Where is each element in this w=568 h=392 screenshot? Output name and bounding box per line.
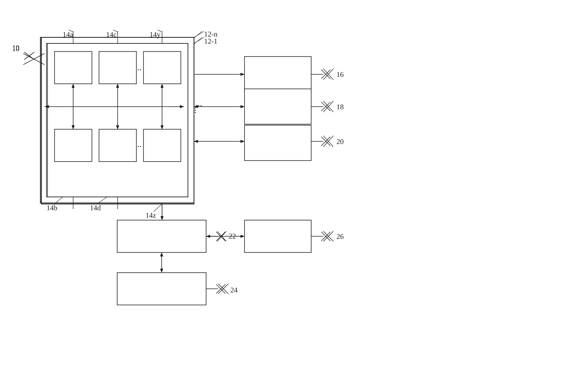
svg-marker-92 xyxy=(161,126,163,129)
peripheral-box: PERIPHERAL xyxy=(117,273,206,305)
svg-marker-88 xyxy=(116,126,119,129)
svg-line-135 xyxy=(55,197,63,204)
svg-line-125 xyxy=(216,284,225,294)
svg-line-136 xyxy=(97,197,107,204)
svg-line-129 xyxy=(321,232,330,241)
core-top-mid: CORE xyxy=(99,52,136,84)
ref-26: 26 xyxy=(336,232,344,241)
svg-line-128 xyxy=(321,232,330,241)
svg-line-73 xyxy=(24,52,34,60)
svg-marker-97 xyxy=(241,73,244,76)
display-box: DISPLAY xyxy=(244,220,311,252)
svg-line-119 xyxy=(321,137,330,146)
svg-marker-83 xyxy=(72,84,74,87)
dots-top: ··· xyxy=(135,65,142,75)
svg-marker-95 xyxy=(180,105,184,108)
svg-line-52 xyxy=(323,101,333,112)
svg-marker-30 xyxy=(241,105,244,108)
ref-14b: 14b xyxy=(46,204,57,212)
svg-line-49 xyxy=(323,69,333,80)
svg-marker-91 xyxy=(161,84,163,87)
svg-marker-107 xyxy=(206,235,210,238)
svg-marker-33 xyxy=(194,140,198,143)
svg-line-54 xyxy=(323,136,333,147)
svg-line-120 xyxy=(321,137,330,146)
dots-chip: ··· xyxy=(190,107,200,113)
svg-line-130 xyxy=(194,31,202,38)
svg-marker-45 xyxy=(206,235,210,238)
svg-marker-69 xyxy=(161,216,163,220)
ref-14a: 14a xyxy=(63,30,73,39)
svg-line-1 xyxy=(23,54,44,65)
svg-marker-37 xyxy=(161,216,163,220)
core-bot-mid: CORE xyxy=(99,129,136,162)
svg-line-66 xyxy=(194,31,204,37)
svg-marker-26 xyxy=(241,73,244,76)
storage-box: STORAGESYSTEM xyxy=(244,89,311,124)
svg-line-58 xyxy=(217,231,226,241)
svg-marker-17 xyxy=(161,84,163,88)
svg-marker-108 xyxy=(241,235,244,238)
svg-marker-20 xyxy=(44,105,48,108)
ref-18: 18 xyxy=(336,103,344,111)
svg-marker-105 xyxy=(161,217,163,220)
svg-line-65 xyxy=(323,231,333,241)
svg-line-55 xyxy=(323,136,333,147)
svg-marker-41 xyxy=(160,269,163,273)
ref-14d: 14d xyxy=(90,204,101,212)
svg-marker-100 xyxy=(241,105,244,108)
dots-bot: ··· xyxy=(135,141,142,152)
ref-24: 24 xyxy=(230,286,238,294)
svg-line-126 xyxy=(216,284,225,294)
ref-22: 22 xyxy=(229,232,236,240)
svg-marker-15 xyxy=(116,125,119,129)
core-bot-right: CORE xyxy=(143,129,181,162)
svg-line-59 xyxy=(217,231,226,241)
svg-line-137 xyxy=(154,204,162,212)
svg-line-62 xyxy=(218,284,228,294)
svg-marker-12 xyxy=(72,125,74,129)
ref-10: 10 xyxy=(12,43,19,52)
ref-14c: 14c xyxy=(106,30,117,39)
svg-marker-110 xyxy=(160,252,163,256)
svg-line-72 xyxy=(24,52,34,60)
svg-marker-40 xyxy=(160,252,163,256)
svg-line-51 xyxy=(323,101,333,112)
svg-marker-111 xyxy=(160,269,163,273)
core-top-left: CORE xyxy=(55,52,92,84)
svg-marker-102 xyxy=(194,140,198,143)
io-box: I/O INTERFACE xyxy=(117,220,206,252)
svg-line-64 xyxy=(323,231,333,241)
svg-marker-94 xyxy=(45,105,49,108)
core-top-right: CORE xyxy=(143,52,181,84)
svg-line-61 xyxy=(218,284,228,294)
svg-line-114 xyxy=(321,70,330,79)
svg-line-48 xyxy=(323,69,333,80)
svg-marker-103 xyxy=(241,140,244,143)
svg-marker-11 xyxy=(72,84,74,88)
svg-line-0 xyxy=(23,54,44,65)
svg-marker-34 xyxy=(241,140,244,143)
svg-line-131 xyxy=(194,37,202,44)
svg-marker-14 xyxy=(116,84,119,88)
svg-line-113 xyxy=(321,70,330,79)
svg-marker-21 xyxy=(180,105,184,108)
svg-line-67 xyxy=(194,37,204,43)
svg-marker-46 xyxy=(241,235,244,238)
ref-14z: 14z xyxy=(145,211,156,220)
diagram: 10 xyxy=(0,0,568,392)
ref-12-1: 12-1 xyxy=(204,37,217,45)
ref-16: 16 xyxy=(336,70,344,79)
svg-line-123 xyxy=(216,232,225,241)
core-bot-left: CORE xyxy=(55,129,92,162)
memory-box: MEMORY xyxy=(244,56,311,92)
ref-14y: 14y xyxy=(150,30,160,39)
ref-20: 20 xyxy=(336,137,344,146)
svg-marker-18 xyxy=(161,125,163,129)
network-box: NETWORKADAPTOR xyxy=(244,125,311,161)
svg-line-116 xyxy=(321,102,330,111)
svg-line-122 xyxy=(216,232,225,241)
svg-line-117 xyxy=(321,102,330,111)
svg-marker-87 xyxy=(116,84,119,87)
svg-marker-84 xyxy=(72,126,74,129)
